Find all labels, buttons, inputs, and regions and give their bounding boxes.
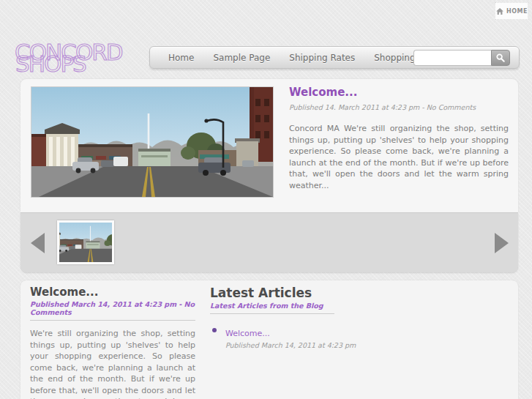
nav-item-shipping-rates[interactable]: Shipping Rates — [289, 53, 355, 63]
latest-articles-subtitle: Latest Articles from the Blog — [210, 302, 334, 314]
featured-slider: Welcome... Published 14. March 2011 at 4… — [20, 79, 518, 212]
home-icon — [495, 7, 504, 16]
content-area: Welcome... Published March 14, 2011 at 4… — [20, 280, 518, 399]
street-photo-thumbnail — [59, 223, 112, 262]
latest-articles-list: Welcome... Published March 14, 2011 at 4… — [210, 325, 415, 349]
article-title[interactable]: Welcome... — [30, 286, 195, 299]
featured-title[interactable]: Welcome... — [289, 86, 509, 99]
site-logo[interactable]: concord shops — [15, 41, 154, 75]
main-nav: Home Sample Page Shipping Rates Shopping… — [149, 46, 520, 69]
article-meta: Published March 14, 2011 at 4:23 pm - No… — [30, 300, 195, 321]
carousel-thumbnail[interactable] — [57, 220, 114, 264]
carousel-next-button[interactable] — [495, 233, 509, 253]
search-button[interactable] — [491, 50, 510, 66]
latest-articles: Latest Articles Latest Articles from the… — [210, 286, 415, 349]
latest-article-link[interactable]: Welcome... — [225, 329, 270, 338]
thumbnail-carousel — [20, 212, 518, 272]
list-item: Welcome... Published March 14, 2011 at 4… — [210, 325, 415, 349]
featured-post: Welcome... Published 14. March 2011 at 4… — [289, 86, 509, 191]
street-photo — [31, 87, 273, 197]
search-form — [413, 50, 510, 66]
bullet-icon — [212, 328, 217, 332]
nav-item-home[interactable]: Home — [168, 53, 194, 63]
carousel-prev-button[interactable] — [31, 233, 45, 253]
featured-image[interactable] — [31, 86, 274, 198]
article-welcome: Welcome... Published March 14, 2011 at 4… — [30, 286, 195, 399]
search-icon — [495, 53, 506, 63]
page: HOME concord shops Home Sample Page Ship… — [0, 0, 532, 399]
nav-item-sample-page[interactable]: Sample Page — [213, 53, 270, 63]
featured-excerpt: Concord MA We're still organizing the sh… — [289, 123, 509, 191]
latest-articles-title: Latest Articles — [210, 286, 415, 300]
logo-line-2: shops — [15, 53, 154, 75]
search-input[interactable] — [413, 50, 491, 66]
latest-article-meta: Published March 14, 2011 at 4:23 pm — [225, 341, 415, 349]
home-button[interactable]: HOME — [495, 2, 528, 20]
home-button-label: HOME — [506, 8, 528, 15]
article-body: We're still organizing the shop, setting… — [30, 328, 195, 399]
featured-meta: Published 14. March 2011 at 4:23 pm - No… — [289, 103, 509, 111]
